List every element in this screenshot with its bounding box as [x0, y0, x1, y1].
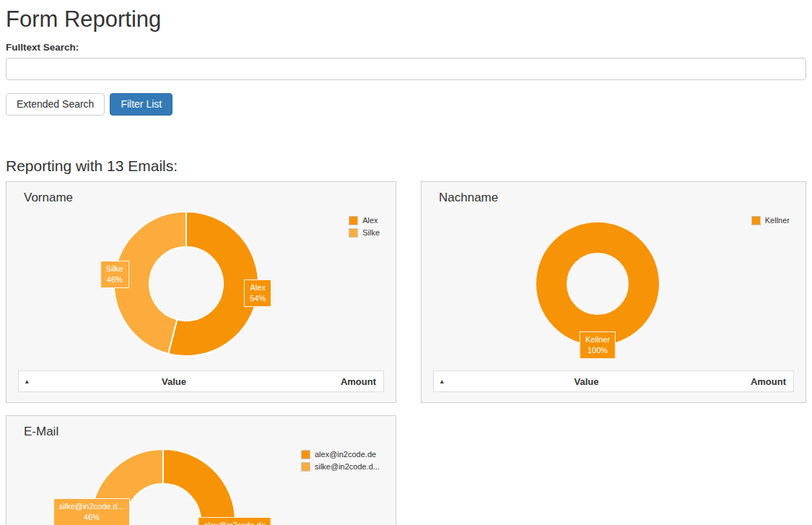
slice-data-label: alex@in2code.de54%	[198, 517, 271, 525]
legend-item: Kellner	[751, 215, 790, 226]
fulltext-search-input[interactable]	[6, 58, 806, 80]
legend-label: Silke	[362, 227, 380, 238]
slice-label-name: alex@in2code.de	[204, 520, 266, 525]
chart-legend: alex@in2code.desilke@in2code.d...	[301, 449, 380, 474]
slice-label-name: Kellner	[585, 334, 610, 345]
slice-label-name: silke@in2code.d...	[59, 501, 124, 512]
legend-item: Alex	[349, 215, 380, 226]
reporting-heading: Reporting with 13 Emails:	[6, 157, 806, 175]
value-column-header[interactable]: Value	[48, 376, 300, 387]
legend-label: alex@in2code.de	[315, 449, 376, 460]
pie-slice	[551, 238, 644, 330]
donut-chart-svg	[6, 182, 396, 402]
slice-data-label: silke@in2code.d...46%	[53, 498, 130, 525]
report-panel-grid: Vorname AlexSilke ▴ Value Amount Alex54%…	[6, 181, 806, 525]
extended-search-button[interactable]: Extended Search	[6, 93, 105, 116]
legend-label: Kellner	[765, 215, 790, 226]
slice-data-label: Silke46%	[100, 261, 129, 288]
slice-data-label: Kellner100%	[580, 331, 616, 359]
filter-list-button[interactable]: Filter List	[110, 93, 173, 116]
legend-label: silke@in2code.d...	[315, 461, 380, 472]
slice-label-percent: 46%	[106, 274, 123, 285]
fulltext-search-label: Fulltext Search:	[6, 42, 806, 53]
value-column-header[interactable]: Value	[463, 376, 710, 387]
legend-item: Silke	[349, 227, 380, 238]
legend-item: silke@in2code.d...	[301, 461, 380, 472]
legend-swatch-icon	[349, 216, 358, 225]
main-content: Form Reporting Fulltext Search: Extended…	[0, 6, 812, 175]
legend-label: Alex	[362, 215, 377, 226]
page-title: Form Reporting	[6, 6, 806, 32]
amount-column-header[interactable]: Amount	[710, 376, 793, 387]
value-amount-table-header: ▴ Value Amount	[433, 370, 794, 392]
legend-item: alex@in2code.de	[301, 449, 380, 460]
report-panel-email: E-Mail alex@in2code.desilke@in2code.d...…	[6, 415, 396, 525]
slice-label-percent: 100%	[585, 345, 610, 356]
sort-caret-icon[interactable]: ▴	[19, 378, 48, 385]
value-amount-table-header: ▴ Value Amount	[18, 370, 384, 392]
sort-caret-icon[interactable]: ▴	[434, 378, 463, 385]
legend-swatch-icon	[301, 450, 310, 459]
legend-swatch-icon	[301, 462, 310, 472]
report-panel-vorname: Vorname AlexSilke ▴ Value Amount Alex54%…	[6, 181, 396, 403]
amount-column-header[interactable]: Amount	[300, 376, 383, 387]
slice-label-percent: 54%	[250, 293, 266, 304]
legend-swatch-icon	[751, 216, 761, 225]
toolbar: Extended Search Filter List	[6, 93, 806, 116]
slice-data-label: Alex54%	[244, 279, 271, 307]
report-panel-nachname: Nachname Kellner ▴ Value Amount Kellner1…	[421, 181, 806, 403]
slice-label-percent: 46%	[59, 512, 124, 523]
chart-legend: Kellner	[751, 215, 790, 227]
chart-legend: AlexSilke	[349, 215, 380, 240]
slice-label-name: Silke	[106, 264, 123, 274]
slice-label-name: Alex	[250, 282, 266, 293]
legend-swatch-icon	[349, 228, 358, 238]
